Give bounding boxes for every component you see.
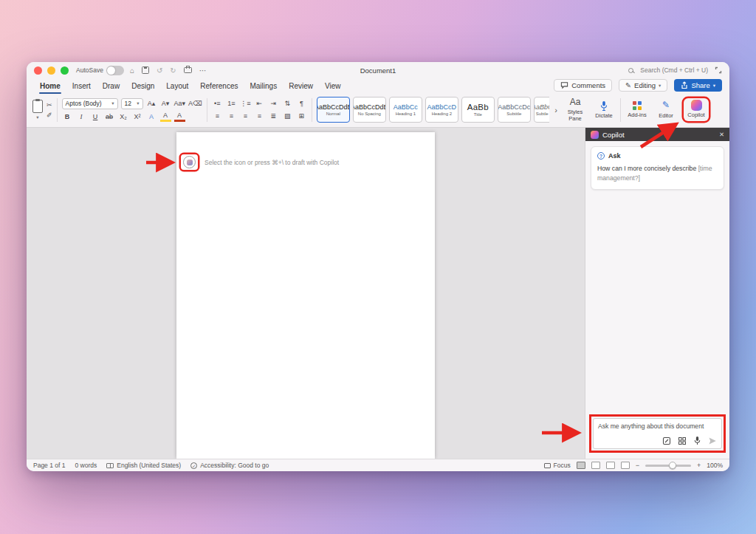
shrink-font-button[interactable]: A▾: [160, 99, 171, 109]
tab-design[interactable]: Design: [126, 80, 160, 94]
text-effects-button[interactable]: A: [146, 112, 157, 122]
tab-layout[interactable]: Layout: [160, 80, 194, 94]
print-icon[interactable]: [184, 67, 192, 73]
font-size-select[interactable]: 12 ▾: [121, 98, 143, 109]
copilot-button[interactable]: Copilot: [684, 98, 709, 121]
zoom-slider-thumb[interactable]: [669, 462, 676, 469]
more-commands-button[interactable]: ⋯: [199, 66, 207, 75]
styles-gallery-expand-icon[interactable]: ›: [554, 106, 558, 114]
multilevel-list-button[interactable]: ⋮≡: [240, 99, 251, 109]
styles-pane-button[interactable]: Aa Styles Pane: [563, 97, 588, 122]
ask-suggestion-card[interactable]: ? Ask How can I more concisely describe …: [591, 146, 724, 190]
autosave-control: AutoSave: [76, 66, 124, 75]
bold-button[interactable]: B: [62, 112, 73, 122]
page-indicator[interactable]: Page 1 of 1: [33, 462, 65, 469]
paste-button[interactable]: ▾: [32, 100, 43, 120]
strikethrough-button[interactable]: ab: [104, 112, 115, 122]
style-normal[interactable]: AaBbCcDdE Normal: [317, 97, 350, 123]
style-heading-2[interactable]: AaBbCcD Heading 2: [425, 97, 458, 123]
tab-mailings[interactable]: Mailings: [244, 80, 283, 94]
style-heading-1[interactable]: AaBbCc Heading 1: [389, 97, 422, 123]
expand-ribbon-icon[interactable]: [715, 66, 722, 74]
grow-font-button[interactable]: A▴: [146, 99, 157, 109]
font-name-select[interactable]: Aptos (Body) ▾: [62, 98, 118, 109]
language-indicator[interactable]: English (United States): [106, 462, 181, 469]
redo-icon[interactable]: ↻: [170, 66, 176, 75]
tab-insert[interactable]: Insert: [66, 80, 97, 94]
align-left-button[interactable]: ≡: [212, 112, 223, 121]
document-page[interactable]: Select the icon or press ⌘+\ to draft wi…: [176, 132, 435, 459]
editing-mode-button[interactable]: ✎ Editing ▾: [619, 79, 667, 92]
send-icon[interactable]: [708, 437, 717, 445]
accessibility-status[interactable]: ✓ Accessibility: Good to go: [190, 462, 269, 469]
align-right-button[interactable]: ≡: [240, 112, 251, 121]
clear-formatting-button[interactable]: A⌫: [188, 99, 202, 109]
comments-button[interactable]: Comments: [554, 79, 612, 92]
clipboard-icon: [32, 100, 43, 113]
tab-references[interactable]: References: [194, 80, 244, 94]
borders-button[interactable]: ⊞: [296, 112, 307, 121]
copilot-chat-input[interactable]: Ask me anything about this document: [593, 418, 722, 449]
copilot-inline-icon[interactable]: [183, 156, 196, 168]
prompt-notebook-icon[interactable]: [662, 437, 671, 445]
style-subtitle[interactable]: AaBbCcDc Subtitle: [498, 97, 531, 123]
undo-icon[interactable]: ↺: [157, 66, 162, 75]
close-panel-icon[interactable]: ✕: [719, 131, 724, 138]
cut-button[interactable]: ✂: [47, 101, 52, 109]
editor-button[interactable]: ✎ Editor: [653, 100, 678, 120]
zoom-out-button[interactable]: −: [636, 462, 639, 469]
tab-home[interactable]: Home: [34, 80, 66, 94]
italic-button[interactable]: I: [76, 112, 87, 122]
indent-button[interactable]: ⇥: [268, 99, 279, 109]
format-painter-button[interactable]: ✐: [47, 112, 52, 119]
home-icon[interactable]: ⌂: [130, 66, 134, 75]
outline-view-button[interactable]: [606, 462, 615, 469]
annotation-box-chat-input: Ask me anything about this document: [589, 414, 726, 453]
subscript-button[interactable]: X₂: [118, 112, 129, 122]
dictate-button[interactable]: Dictate: [591, 100, 616, 120]
outdent-button[interactable]: ⇤: [254, 99, 265, 109]
pilcrow-button[interactable]: ¶: [296, 99, 307, 109]
autosave-toggle[interactable]: [106, 66, 124, 75]
zoom-window-button[interactable]: [61, 66, 69, 75]
style-name: Heading 1: [396, 112, 416, 116]
grid-icon[interactable]: [678, 437, 687, 445]
add-ins-button[interactable]: Add-ins: [625, 101, 650, 119]
line-spacing-button[interactable]: ≣: [268, 112, 279, 121]
numbering-button[interactable]: 1≡: [226, 99, 237, 109]
style-subtle-emphasis[interactable]: AaBbCcDdE Subtle Emph...: [534, 97, 550, 123]
button-glyph: ¶: [300, 100, 303, 107]
style-no-spacing[interactable]: AaBbCcDdE No Spacing: [353, 97, 386, 123]
share-button[interactable]: Share ▾: [674, 79, 722, 92]
tab-view[interactable]: View: [319, 80, 347, 94]
tab-label: Insert: [72, 82, 91, 90]
tab-review[interactable]: Review: [283, 80, 319, 94]
tab-draw[interactable]: Draw: [97, 80, 126, 94]
align-center-button[interactable]: ≡: [226, 112, 237, 121]
close-window-button[interactable]: [34, 66, 42, 75]
underline-button[interactable]: U: [90, 112, 101, 122]
copilot-panel-title: Copilot: [602, 131, 625, 139]
zoom-in-button[interactable]: +: [697, 462, 701, 469]
microphone-icon[interactable]: [693, 436, 701, 445]
shading-button[interactable]: ▨: [282, 112, 293, 121]
draft-view-button[interactable]: [621, 462, 630, 469]
web-layout-view-button[interactable]: [591, 462, 600, 469]
sort-button[interactable]: ⇅: [282, 99, 293, 109]
ask-card-title: Ask: [608, 152, 621, 160]
bullets-button[interactable]: •≡: [212, 99, 223, 109]
minimize-window-button[interactable]: [47, 66, 55, 75]
word-count[interactable]: 0 words: [75, 462, 97, 469]
font-color-button[interactable]: A: [174, 112, 185, 122]
save-icon[interactable]: [142, 66, 149, 74]
zoom-level[interactable]: 100%: [707, 462, 723, 469]
change-case-button[interactable]: Aa▾: [174, 99, 186, 109]
zoom-slider[interactable]: [645, 465, 691, 467]
search-field[interactable]: Search (Cmd + Ctrl + U): [640, 66, 708, 74]
style-title[interactable]: AaBb Title: [461, 97, 495, 123]
print-layout-view-button[interactable]: [577, 462, 585, 469]
justify-button[interactable]: ≡: [254, 112, 265, 121]
focus-toggle[interactable]: Focus: [544, 462, 571, 469]
highlight-button[interactable]: A: [160, 112, 171, 122]
superscript-button[interactable]: X²: [132, 112, 143, 122]
